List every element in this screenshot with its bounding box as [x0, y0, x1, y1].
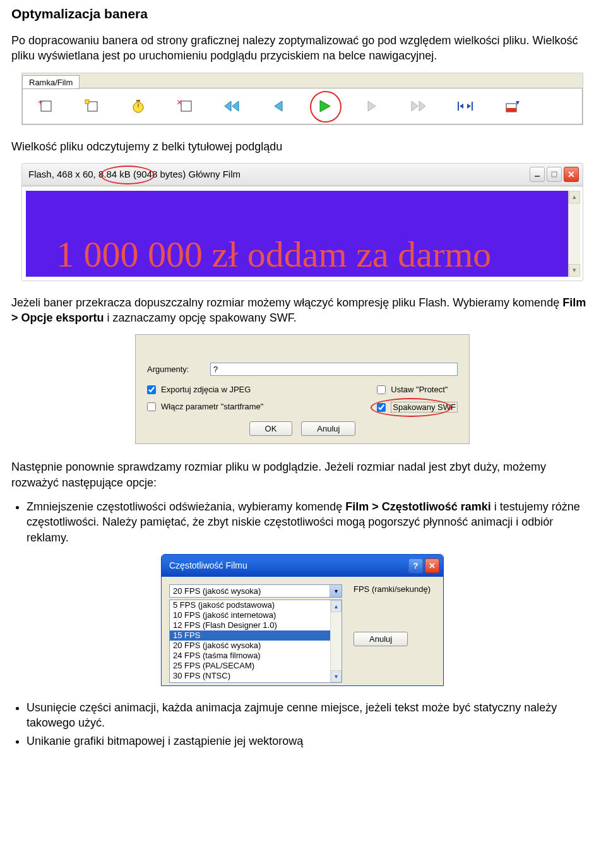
screenshot-fps-dialog: Częstotliwość Filmu ? ✕ 20 FPS (jakość w…	[161, 554, 444, 686]
list-item[interactable]: 25 FPS (PAL/SECAM)	[170, 661, 342, 671]
next-icon[interactable]	[362, 97, 381, 116]
timer-icon[interactable]	[129, 97, 148, 116]
list-item[interactable]: 30 FPS (NTSC)	[170, 671, 342, 681]
options-list: Zmniejszenie częstotliwości odświeżania,…	[11, 499, 593, 545]
svg-rect-5	[136, 100, 140, 102]
banner-preview: 1 000 000 zł oddam za darmo	[26, 191, 579, 277]
window-titlebar: Flash, 468 x 60, 8.84 kB (9048 bytes) Gł…	[22, 164, 583, 186]
dialog-title-text: Częstotliwość Filmu	[169, 560, 247, 570]
ok-button[interactable]: OK	[249, 421, 293, 436]
window-title: Flash, 468 x 60, 8.84 kB (9048 bytes) Gł…	[28, 169, 241, 179]
prev-icon[interactable]	[269, 97, 288, 116]
close-button[interactable]: ✕	[425, 558, 439, 573]
select-icon[interactable]	[82, 97, 101, 116]
close-button[interactable]: ✕	[564, 167, 579, 182]
cancel-button[interactable]: Anuluj	[301, 421, 355, 436]
banner-text: 1 000 000 zł oddam za darmo	[56, 233, 491, 275]
maximize-button[interactable]	[547, 167, 562, 182]
screenshot-export-dialog: Argumenty: Exportuj zdjęcia w JPEG Włącz…	[135, 334, 470, 444]
dropdown-selected: 20 FPS (jakość wysoka)	[170, 585, 330, 597]
paragraph-4: Następnie ponownie sprawdzamy rozmiar pl…	[11, 459, 593, 490]
chevron-down-icon[interactable]: ▾	[330, 585, 342, 597]
fastforward-icon[interactable]	[409, 97, 428, 116]
paragraph-2: Wielkość pliku odczytujemy z belki tytuł…	[11, 139, 593, 154]
list-item[interactable]: 20 FPS (jakość wysoka)	[170, 641, 342, 651]
startframe-checkbox[interactable]: Włącz parametr "startframe"	[147, 402, 263, 411]
preview-viewport-wrap: 1 000 000 zł oddam za darmo ▴ ▾	[22, 186, 583, 280]
svg-marker-13	[368, 101, 376, 111]
paragraph-3: Jeżeli baner przekracza dopuszczalny roz…	[11, 295, 593, 326]
packed-swf-checkbox[interactable]: Spakowany SWF	[377, 402, 458, 413]
scroll-up-icon[interactable]: ▴	[569, 191, 580, 203]
svg-rect-7	[181, 101, 191, 111]
p3-text-a: Jeżeli baner przekracza dopuszczalny roz…	[11, 296, 562, 309]
list-item[interactable]: 10 FPS (jakość internetowa)	[170, 610, 342, 620]
svg-marker-11	[275, 101, 282, 111]
screenshot-toolbar: Ramka/Film + ×	[21, 73, 583, 125]
list-item[interactable]: 5 FPS (jakość podstawowa)	[170, 600, 342, 610]
highlight-circle	[310, 91, 342, 123]
svg-rect-23	[535, 176, 540, 177]
svg-marker-18	[460, 104, 463, 109]
fps-listbox[interactable]: 5 FPS (jakość podstawowa)10 FPS (jakość …	[169, 600, 342, 683]
highlight-oval	[371, 398, 451, 417]
minimize-button[interactable]	[530, 167, 545, 182]
scroll-up-icon[interactable]: ▴	[331, 600, 342, 612]
fit-width-icon[interactable]	[456, 97, 475, 116]
svg-marker-19	[467, 104, 471, 109]
checkbox-label: Włącz parametr "startframe"	[161, 402, 263, 411]
list-item[interactable]: 12 FPS (Flash Designer 1.0)	[170, 620, 342, 630]
svg-marker-15	[419, 101, 425, 111]
svg-text:+: +	[38, 99, 43, 107]
arguments-label: Argumenty:	[147, 365, 204, 374]
svg-marker-10	[232, 101, 239, 111]
scroll-down-icon[interactable]: ▾	[331, 670, 342, 682]
fps-unit-label: FPS (ramki/sekundę)	[354, 584, 436, 594]
list-item[interactable]: 24 FPS (taśma filmowa)	[170, 651, 342, 661]
checkbox-label: Exportuj zdjęcia w JPEG	[161, 385, 251, 394]
delete-frame-icon[interactable]: ×	[175, 97, 194, 116]
cancel-button[interactable]: Anuluj	[354, 632, 408, 646]
rewind-icon[interactable]	[222, 97, 241, 116]
protect-checkbox[interactable]: Ustaw "Protect"	[377, 385, 458, 394]
checkbox-input[interactable]	[147, 385, 156, 394]
dialog-titlebar: Częstotliwość Filmu ? ✕	[162, 555, 443, 577]
svg-marker-9	[225, 101, 231, 111]
export-icon[interactable]	[502, 97, 521, 116]
svg-marker-14	[412, 101, 418, 111]
svg-rect-24	[552, 172, 557, 177]
preview-scrollbar[interactable]: ▴ ▾	[568, 191, 580, 277]
fps-dropdown[interactable]: 20 FPS (jakość wysoka) ▾	[169, 584, 342, 598]
listbox-scrollbar[interactable]: ▴ ▾	[330, 600, 342, 682]
arguments-input[interactable]	[210, 363, 458, 376]
window-buttons: ✕	[530, 167, 579, 182]
li1-command: Film > Częstotliwość ramki	[345, 500, 491, 513]
list-item: Usunięcie części animacji, każda animacj…	[27, 700, 593, 731]
checkbox-label: Ustaw "Protect"	[391, 385, 448, 394]
li1-text-a: Zmniejszenie częstotliwości odświeżania,…	[27, 500, 345, 513]
page-title: Optymalizacja banera	[11, 6, 593, 21]
new-frame-icon[interactable]: +	[35, 97, 54, 116]
export-jpeg-checkbox[interactable]: Exportuj zdjęcia w JPEG	[147, 385, 263, 394]
list-item: Zmniejszenie częstotliwości odświeżania,…	[27, 499, 593, 545]
play-icon[interactable]	[316, 97, 335, 116]
paragraph-1: Po dopracowaniu banera od strony graficz…	[11, 33, 593, 64]
screenshot-preview-window: Flash, 468 x 60, 8.84 kB (9048 bytes) Gł…	[21, 163, 583, 281]
help-button[interactable]: ?	[408, 558, 423, 573]
scroll-down-icon[interactable]: ▾	[569, 264, 580, 277]
arguments-row: Argumenty:	[147, 363, 458, 376]
list-item[interactable]: 60 FPS (HDTV)	[170, 681, 342, 683]
toolbar-tab-label: Ramka/Film	[22, 75, 80, 89]
list-item: Unikanie grafiki bitmapowej i zastąpieni…	[27, 733, 593, 749]
toolbar: + ×	[22, 88, 583, 124]
svg-text:×: ×	[177, 99, 182, 107]
svg-rect-21	[506, 108, 516, 112]
svg-rect-3	[85, 100, 89, 104]
highlight-oval	[100, 166, 155, 184]
p3-text-c: i zaznaczamy opcję spakowany SWF.	[104, 311, 297, 324]
checkbox-input[interactable]	[377, 385, 386, 394]
checkbox-input[interactable]	[147, 402, 156, 411]
options-list-continued: Usunięcie części animacji, każda animacj…	[11, 700, 593, 749]
list-item[interactable]: 15 FPS	[170, 630, 342, 641]
